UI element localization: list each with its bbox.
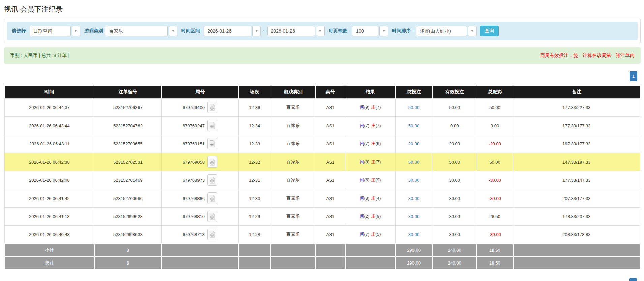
payout-value: 0.00 xyxy=(491,123,499,128)
footer-cell: 总计 xyxy=(5,256,94,269)
footer-cell xyxy=(345,244,395,256)
page-size-value[interactable]: 100 xyxy=(352,26,378,36)
cell-table-id: AS1 xyxy=(315,98,345,116)
video-replay-button[interactable] xyxy=(207,102,217,113)
cell-result: 闲(7)庄(5) xyxy=(345,225,395,244)
column-header: 桌号 xyxy=(315,86,345,98)
cell-time: 2026-01-26 06:43:44 xyxy=(5,116,94,135)
page-1-button-bottom[interactable]: 1 xyxy=(629,278,637,281)
chevron-down-icon[interactable]: ▼ xyxy=(316,26,325,36)
query-type-select[interactable]: 日期查询 ▼ xyxy=(30,26,80,36)
footer-cell: 8 xyxy=(94,256,161,269)
cell-total-bet[interactable]: 50.00 xyxy=(395,116,432,135)
cell-total-bet[interactable]: 20.00 xyxy=(395,135,432,153)
summary-currency-text: 币别 : 人民币 | 总共 :8 注单 | xyxy=(10,52,69,59)
page-size-select[interactable]: 100 ▼ xyxy=(352,26,388,36)
payout-value: -30.00 xyxy=(489,196,501,201)
result-player-label: 闲 xyxy=(360,214,364,219)
date-to-input[interactable]: 2026-01-26 ▼ xyxy=(267,26,325,36)
cell-time: 2026-01-26 06:42:38 xyxy=(5,153,94,171)
footer-cell: 18.50 xyxy=(477,244,513,256)
cell-session: 12-28 xyxy=(239,225,271,244)
video-replay-button[interactable] xyxy=(207,138,217,149)
game-type-value[interactable]: 百家乐 xyxy=(105,26,168,36)
chevron-down-icon[interactable]: ▼ xyxy=(379,26,388,36)
search-button[interactable]: 查询 xyxy=(480,26,499,36)
filter-panel: 请选择: 日期查询 ▼ 游戏类别 百家乐 ▼ 时间区间: 2026-01-26 … xyxy=(4,19,641,43)
cell-remark: 147.33/197.33 xyxy=(513,153,640,171)
payout-value: 50.00 xyxy=(489,105,500,110)
result-player-score: (9) xyxy=(364,105,369,110)
result-banker-label: 庄 xyxy=(371,141,375,146)
cell-result: 闲(9)庄(7) xyxy=(345,98,395,116)
total-bet-link[interactable]: 50.00 xyxy=(408,160,420,165)
cell-valid-bet: 30.00 xyxy=(432,225,477,244)
video-replay-button[interactable] xyxy=(207,156,217,168)
total-bet-link[interactable]: 50.00 xyxy=(408,105,420,110)
total-bet-link[interactable]: 30.00 xyxy=(408,196,420,201)
cell-total-bet[interactable]: 50.00 xyxy=(395,153,432,171)
round-id-text: 679768713 xyxy=(183,232,205,237)
total-bet-link[interactable]: 30.00 xyxy=(408,178,420,183)
date-to-value[interactable]: 2026-01-26 xyxy=(267,26,315,36)
cell-game-type: 百家乐 xyxy=(271,225,315,244)
payout-value: 28.50 xyxy=(489,214,500,219)
cell-round-id: 679768713 xyxy=(161,225,238,244)
bet-records-table: 时间注单编号局号场次游戏类别桌号结果总投注有效投注总派彩备注 2026-01-2… xyxy=(4,86,641,270)
video-replay-button[interactable] xyxy=(207,211,217,222)
table-header-row: 时间注单编号局号场次游戏类别桌号结果总投注有效投注总派彩备注 xyxy=(5,86,640,98)
cell-total-bet[interactable]: 30.00 xyxy=(395,207,432,225)
result-player-label: 闲 xyxy=(360,159,364,164)
video-replay-button[interactable] xyxy=(207,229,217,240)
cell-total-bet[interactable]: 50.00 xyxy=(395,98,432,116)
game-type-select[interactable]: 百家乐 ▼ xyxy=(105,26,177,36)
cell-time: 2026-01-26 06:41:42 xyxy=(5,189,94,207)
cell-total-bet[interactable]: 30.00 xyxy=(395,171,432,189)
column-header: 游戏类别 xyxy=(271,86,315,98)
video-replay-button[interactable] xyxy=(207,192,217,204)
summary-bar: 币别 : 人民币 | 总共 :8 注单 | 同局有效投注，统一计算在该局第一张注… xyxy=(4,47,641,64)
column-header: 有效投注 xyxy=(432,86,477,98)
chevron-down-icon[interactable]: ▼ xyxy=(72,26,80,36)
chevron-down-icon[interactable]: ▼ xyxy=(468,26,477,36)
result-banker-label: 庄 xyxy=(371,177,375,182)
video-replay-button[interactable] xyxy=(207,174,217,186)
time-range-label: 时间区间: xyxy=(181,28,202,34)
table-row: 2026-01-26 06:43:44523152704762679769247… xyxy=(5,116,640,135)
video-replay-button[interactable] xyxy=(207,120,217,131)
sort-order-select[interactable]: 降幂(由大到小) ▼ xyxy=(416,26,477,36)
cell-total-bet[interactable]: 30.00 xyxy=(395,225,432,244)
video-file-icon xyxy=(209,158,216,166)
footer-cell: 8 xyxy=(94,244,161,256)
total-bet-link[interactable]: 30.00 xyxy=(408,232,420,237)
cell-valid-bet: 50.00 xyxy=(432,153,477,171)
sort-order-value[interactable]: 降幂(由大到小) xyxy=(416,26,467,36)
page-1-button[interactable]: 1 xyxy=(630,71,637,81)
cell-bet-id: 523152701469 xyxy=(94,171,161,189)
cell-session: 12-31 xyxy=(239,171,271,189)
query-type-value[interactable]: 日期查询 xyxy=(30,26,71,36)
query-type-label: 请选择: xyxy=(12,28,28,34)
table-row: 2026-01-26 06:41:42523152700666679768886… xyxy=(5,189,640,207)
total-bet-link[interactable]: 50.00 xyxy=(408,123,420,128)
footer-cell xyxy=(239,244,271,256)
total-bet-link[interactable]: 20.00 xyxy=(408,141,420,146)
result-player-score: (8) xyxy=(364,159,369,164)
cell-total-bet[interactable]: 30.00 xyxy=(395,189,432,207)
video-file-icon xyxy=(209,231,216,238)
table-body: 2026-01-26 06:44:37523152706367679769400… xyxy=(5,98,640,244)
date-from-input[interactable]: 2026-01-26 ▼ xyxy=(204,26,261,36)
date-from-value[interactable]: 2026-01-26 xyxy=(204,26,251,36)
footer-cell xyxy=(315,256,345,269)
cell-round-id: 679769151 xyxy=(161,135,238,153)
footer-cell xyxy=(513,256,640,269)
total-bet-link[interactable]: 30.00 xyxy=(408,214,420,219)
footer-cell: 18.50 xyxy=(477,256,513,269)
cell-session: 12-36 xyxy=(239,98,271,116)
chevron-down-icon[interactable]: ▼ xyxy=(169,26,177,36)
column-header: 备注 xyxy=(513,86,640,98)
result-banker-score: (9) xyxy=(375,214,381,219)
round-id-text: 679769247 xyxy=(183,123,205,128)
chevron-down-icon[interactable]: ▼ xyxy=(252,26,261,36)
column-header: 结果 xyxy=(345,86,395,98)
